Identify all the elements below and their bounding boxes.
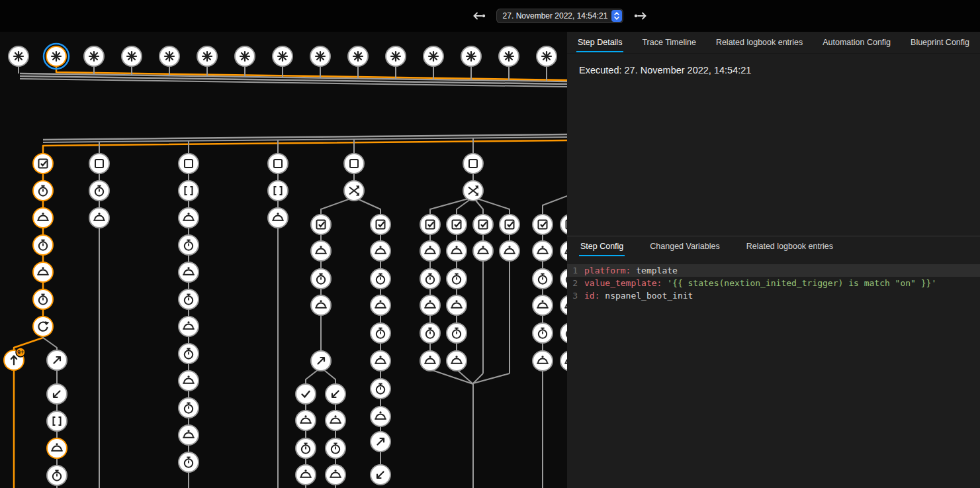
graph-node-timer[interactable] xyxy=(420,323,440,343)
graph-node-choose[interactable] xyxy=(344,181,364,201)
graph-node-service[interactable] xyxy=(47,438,67,458)
graph-node-checkbox[interactable] xyxy=(560,215,567,234)
graph-node-service[interactable] xyxy=(179,425,199,445)
graph-node-timer[interactable] xyxy=(447,269,467,289)
graph-node-service[interactable] xyxy=(179,262,199,282)
graph-node-service[interactable] xyxy=(447,241,467,261)
graph-node-timer[interactable] xyxy=(533,269,553,289)
graph-node-service[interactable] xyxy=(447,351,467,371)
tab-related-logbook-entries[interactable]: Related logbook entries xyxy=(715,32,804,52)
graph-node-repeat[interactable] xyxy=(33,317,53,336)
graph-node-timer[interactable] xyxy=(33,235,53,255)
graph-node-checkbox[interactable] xyxy=(473,215,493,234)
graph-node-timer[interactable] xyxy=(33,181,53,201)
graph-node-timer[interactable] xyxy=(371,323,390,343)
graph-node-box[interactable] xyxy=(268,154,288,173)
graph-node-arrow-down-left[interactable] xyxy=(326,384,345,404)
graph-node-asterisk[interactable] xyxy=(310,46,330,66)
graph-node-service[interactable] xyxy=(296,465,316,485)
graph-node-asterisk[interactable] xyxy=(348,46,368,66)
graph-node-asterisk[interactable] xyxy=(44,44,69,69)
graph-node-arrow-up[interactable]: 9+ xyxy=(4,348,25,370)
graph-node-timer[interactable] xyxy=(179,289,199,309)
graph-node-service[interactable] xyxy=(500,241,519,261)
graph-node-timer[interactable] xyxy=(179,235,199,255)
graph-node-checkbox[interactable] xyxy=(371,215,390,234)
graph-node-asterisk[interactable] xyxy=(84,46,104,66)
graph-node-timer[interactable] xyxy=(89,181,109,201)
subtab-step-config[interactable]: Step Config xyxy=(579,236,625,256)
graph-node-service[interactable] xyxy=(179,208,199,228)
graph-node-service[interactable] xyxy=(326,411,345,430)
graph-node-service[interactable] xyxy=(296,411,316,430)
graph-node-timer[interactable] xyxy=(33,289,53,309)
graph-node-service[interactable] xyxy=(326,465,345,485)
graph-node-service[interactable] xyxy=(560,351,567,371)
graph-node-timer[interactable] xyxy=(371,269,390,289)
graph-node-checkbox[interactable] xyxy=(447,215,467,234)
graph-node-brackets[interactable] xyxy=(268,181,288,201)
graph-node-arrow-down-left[interactable] xyxy=(371,465,390,485)
graph-node-timer[interactable] xyxy=(179,452,199,472)
graph-node-service[interactable] xyxy=(533,295,553,315)
graph-node-timer[interactable] xyxy=(311,269,331,289)
graph-node-service[interactable] xyxy=(447,295,467,315)
graph-node-service[interactable] xyxy=(371,407,390,426)
graph-node-timer[interactable] xyxy=(47,465,67,485)
graph-node-timer[interactable] xyxy=(447,323,467,343)
graph-node-timer[interactable] xyxy=(326,438,345,458)
graph-node-timer[interactable] xyxy=(560,323,567,343)
previous-run-button[interactable] xyxy=(470,7,487,24)
graph-node-asterisk[interactable] xyxy=(9,46,28,66)
graph-node-service[interactable] xyxy=(89,208,109,228)
graph-node-timer[interactable] xyxy=(533,323,553,343)
graph-node-checkbox[interactable] xyxy=(500,215,519,234)
graph-node-asterisk[interactable] xyxy=(499,46,519,66)
tab-automation-config[interactable]: Automation Config xyxy=(821,32,892,52)
graph-node-service[interactable] xyxy=(420,295,440,315)
graph-node-service[interactable] xyxy=(560,241,567,261)
graph-node-asterisk[interactable] xyxy=(386,46,406,66)
graph-node-arrow-up-right[interactable] xyxy=(311,351,331,371)
graph-node-arrow-up-right[interactable] xyxy=(47,350,67,370)
tab-trace-timeline[interactable]: Trace Timeline xyxy=(641,32,697,52)
graph-node-service[interactable] xyxy=(179,371,199,391)
graph-node-service[interactable] xyxy=(311,241,331,261)
graph-node-asterisk[interactable] xyxy=(159,46,179,66)
graph-node-asterisk[interactable] xyxy=(197,46,217,66)
subtab-related-logbook-entries[interactable]: Related logbook entries xyxy=(745,236,834,256)
graph-node-service[interactable] xyxy=(560,295,567,315)
graph-node-box[interactable] xyxy=(463,154,483,173)
graph-node-service[interactable] xyxy=(533,351,553,371)
graph-node-service[interactable] xyxy=(179,317,199,336)
graph-node-timer[interactable] xyxy=(179,344,199,364)
graph-node-timer[interactable] xyxy=(371,379,390,399)
graph-node-service[interactable] xyxy=(311,295,331,315)
graph-node-service[interactable] xyxy=(371,295,390,315)
graph-node-service[interactable] xyxy=(420,241,440,261)
graph-node-service[interactable] xyxy=(371,351,390,371)
graph-node-box[interactable] xyxy=(344,154,364,173)
graph-node-brackets[interactable] xyxy=(179,181,199,201)
run-select[interactable]: 27. November 2022, 14:54:21 xyxy=(496,9,623,23)
graph-node-service[interactable] xyxy=(533,241,553,261)
tab-blueprint-config[interactable]: Blueprint Config xyxy=(909,32,971,52)
graph-node-service[interactable] xyxy=(371,241,390,261)
graph-node-service[interactable] xyxy=(33,208,53,228)
graph-node-arrow-down-left[interactable] xyxy=(47,384,67,404)
graph-node-checkbox[interactable] xyxy=(533,215,553,234)
graph-node-timer[interactable] xyxy=(560,269,567,289)
tab-step-details[interactable]: Step Details xyxy=(576,32,623,52)
graph-node-service[interactable] xyxy=(268,208,288,228)
graph-node-timer[interactable] xyxy=(179,398,199,418)
graph-node-box[interactable] xyxy=(89,154,109,173)
graph-node-asterisk[interactable] xyxy=(235,46,255,66)
graph-node-asterisk[interactable] xyxy=(273,46,292,66)
graph-node-timer[interactable] xyxy=(296,438,316,458)
graph-node-checkbox[interactable] xyxy=(33,154,53,173)
graph-node-service[interactable] xyxy=(473,241,493,261)
graph-node-service[interactable] xyxy=(33,262,53,282)
graph-node-service[interactable] xyxy=(420,351,440,371)
graph-node-asterisk[interactable] xyxy=(461,46,481,66)
graph-node-asterisk[interactable] xyxy=(537,46,557,66)
